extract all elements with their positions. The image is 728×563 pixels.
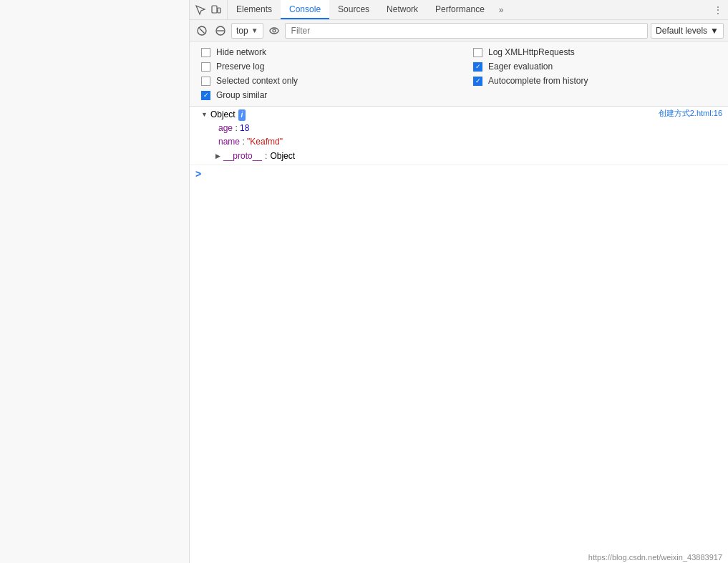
setting-eager-eval: Eager evaluation	[473, 62, 717, 72]
status-url: https://blog.csdn.net/weixin_43883917	[588, 553, 722, 562]
tab-elements[interactable]: Elements	[228, 0, 281, 19]
levels-caret-icon: ▼	[710, 26, 719, 36]
expand-proto-button[interactable]: ▶	[215, 151, 220, 161]
devtools-icons	[190, 0, 228, 19]
name-key: name	[218, 137, 240, 147]
inspect-icon[interactable]	[194, 4, 207, 16]
status-bar: https://blog.csdn.net/weixin_43883917	[583, 552, 728, 563]
prompt-chevron-icon: >	[195, 168, 201, 180]
device-icon[interactable]	[210, 4, 223, 16]
age-key: age	[218, 123, 233, 133]
console-entry-source[interactable]: 创建方式2.html:16	[659, 108, 722, 119]
console-toolbar: top ▼ Default levels ▼	[190, 20, 728, 41]
console-output-area: ▼ Object i age : 18 name : "Keafmd"	[190, 107, 728, 563]
collapse-object-button[interactable]: ▼	[201, 109, 208, 119]
block-icon[interactable]	[213, 23, 228, 39]
context-caret-icon: ▼	[251, 26, 258, 34]
context-selector[interactable]: top ▼	[231, 23, 263, 39]
tab-console[interactable]: Console	[281, 0, 329, 19]
hide-network-label: Hide network	[216, 47, 266, 57]
setting-preserve-log: Preserve log	[201, 62, 445, 72]
svg-point-7	[273, 29, 276, 32]
devtools-menu-button[interactable]: ⋮	[708, 0, 728, 19]
live-expression-button[interactable]	[266, 23, 282, 39]
log-xml-checkbox[interactable]	[473, 48, 482, 57]
filter-input[interactable]	[285, 23, 648, 39]
console-settings: Hide network Preserve log Selected conte…	[190, 41, 728, 107]
svg-rect-1	[218, 8, 220, 13]
selected-context-checkbox[interactable]	[201, 77, 210, 86]
log-levels-selector[interactable]: Default levels ▼	[651, 23, 724, 39]
eager-eval-label: Eager evaluation	[488, 62, 553, 72]
setting-hide-network: Hide network	[201, 47, 445, 57]
object-tree: ▼ Object i age : 18 name : "Keafmd"	[201, 108, 659, 163]
tab-performance[interactable]: Performance	[427, 0, 493, 19]
proto-key: __proto__	[223, 150, 262, 163]
preserve-log-checkbox[interactable]	[201, 62, 210, 72]
clear-console-button[interactable]	[194, 23, 210, 39]
age-value: 18	[240, 123, 249, 133]
preserve-log-label: Preserve log	[216, 62, 264, 72]
object-info-badge: i	[238, 109, 246, 121]
setting-log-xml: Log XMLHttpRequests	[473, 47, 717, 57]
name-property: name : "Keafmd"	[201, 135, 659, 149]
autocomplete-checkbox[interactable]	[473, 77, 482, 86]
hide-network-checkbox[interactable]	[201, 48, 210, 57]
tab-bar: Elements Console Sources Network Perform…	[190, 0, 728, 20]
setting-selected-context: Selected context only	[201, 76, 445, 86]
svg-rect-0	[212, 6, 217, 13]
group-similar-checkbox[interactable]	[201, 91, 210, 100]
age-property: age : 18	[201, 122, 659, 135]
object-label: Object	[210, 108, 236, 122]
proto-property: ▶ __proto__ : Object	[201, 150, 659, 163]
log-xml-label: Log XMLHttpRequests	[488, 47, 575, 57]
console-entry-object: ▼ Object i age : 18 name : "Keafmd"	[190, 107, 728, 165]
tab-more-button[interactable]: »	[493, 0, 510, 19]
proto-value: Object	[270, 150, 295, 163]
autocomplete-label: Autocomplete from history	[488, 76, 588, 86]
tab-network[interactable]: Network	[378, 0, 427, 19]
svg-line-3	[200, 28, 205, 33]
name-value: "Keafmd"	[247, 137, 283, 147]
eager-eval-checkbox[interactable]	[473, 62, 482, 72]
setting-autocomplete: Autocomplete from history	[473, 76, 717, 86]
selected-context-label: Selected context only	[216, 76, 298, 86]
console-prompt-line: >	[190, 165, 728, 182]
svg-point-6	[270, 28, 278, 34]
group-similar-label: Group similar	[216, 90, 267, 100]
setting-group-similar: Group similar	[201, 90, 445, 100]
tab-sources[interactable]: Sources	[329, 0, 378, 19]
